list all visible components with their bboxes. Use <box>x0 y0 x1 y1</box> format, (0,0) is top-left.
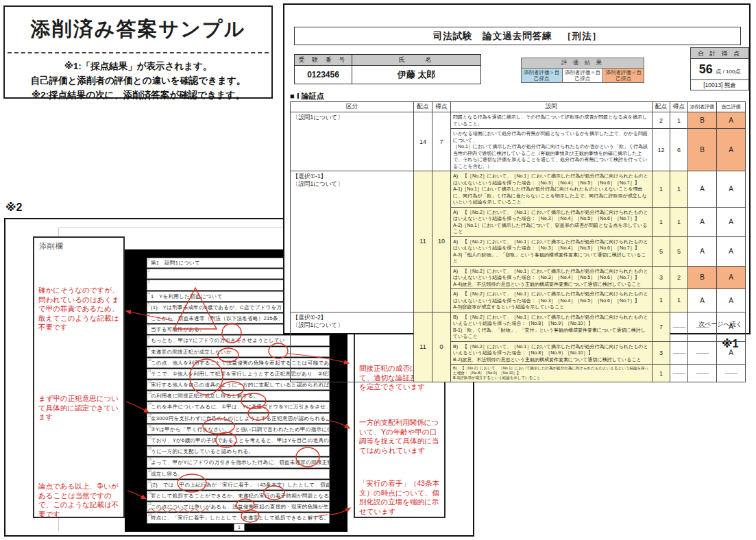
table-row: 【選択①-1】 〔設問1について〕 11 10 A) 【［No.2］において、［… <box>291 171 746 208</box>
evaluation-legend: 評 価 結 果 添削者評価＞自己採点 添削者評価＝自己採点 添削者評価＜自己採点 <box>521 58 644 83</box>
dashed-divider <box>8 52 269 53</box>
exam-number-value: 0123456 <box>295 66 352 84</box>
answer-line: 20 成立し得る。 <box>147 469 330 479</box>
score-table: 区分 配点 得点 設問 配点 得点 添削者評価 自己評価 〔設問1について〕 1… <box>290 101 746 382</box>
table-row: 〔設問1について〕 14 7 問題となる行為を適切に摘示し、その行為について詐欺… <box>291 112 746 129</box>
col-self-eval: 自己評価 <box>717 102 746 112</box>
answer-line-number: 8 <box>148 336 150 339</box>
answer-line-text: 実行する他人を自己の道具のように一方的に支配していると認められれば、そ <box>151 382 330 389</box>
col-haiten-1: 配点 <box>414 102 432 112</box>
col-grader-eval: 添削者評価 <box>688 102 717 112</box>
answer-line-number: 3 <box>148 280 150 284</box>
name-header: 氏 名 <box>352 55 481 66</box>
name-value: 伊藤 太郎 <box>352 66 481 84</box>
exam-number-header: 受 験 番 号 <box>295 55 352 66</box>
candidate-info-table: 受 験 番 号 氏 名 0123456 伊藤 太郎 <box>294 54 481 84</box>
legend-header: 評 価 結 果 <box>522 58 644 69</box>
answer-line-text: もっとも、甲はYにブドウの万引きをさせようとしてい <box>151 337 285 344</box>
page-number: 1 <box>234 524 245 531</box>
col-haiten-2: 配点 <box>653 102 670 112</box>
answer-line-text: 当する可能性がある。 <box>151 326 205 333</box>
screenshot-canvas: 添削済み答案サンプル ※1:「採点結果」が表示されます。 自己評価と添削者の評価… <box>0 0 756 540</box>
answer-line-number: 1 <box>148 258 150 262</box>
answer-line: 21 (2) では、甲の上記行為が「実行に着手」（43条本文）したとして、窃盗未… <box>147 480 330 490</box>
sample-note-3: ※2:採点結果の次に、添削済答案が確認できます。 <box>5 88 271 102</box>
answer-line-number: 2 <box>148 269 150 273</box>
answer-line: 17 ており、Yが6歳の甲の子供であることを考えると、甲はYを自己の道具のよ <box>147 435 330 445</box>
total-score-number: 56 <box>699 62 713 76</box>
sample-title: 添削済み答案サンプル <box>5 16 271 43</box>
score-result-document: 司法試験 論文過去問答練 ［刑法］ 受 験 番 号 氏 名 0123456 伊藤… <box>283 3 751 334</box>
col-tokuten-1: 得点 <box>432 102 451 112</box>
legend-equal: 添削者評価＝自己採点 <box>562 69 603 83</box>
answer-line-text: の利用者に間接正犯が成立し得ると解する。 <box>151 393 258 400</box>
grader-comment-right-2: 一方的支配利用関係について、Yの年齢や甲の口調等を捉えて具体的に当てはめられてい… <box>359 418 443 455</box>
table-row: 【選択①-2】 〔設問1について〕 11 0 B) 【［No.2］において、［N… <box>291 312 746 341</box>
answer-line-number: 9 <box>148 347 150 351</box>
answer-line-text: うに一方的に支配していると認められる。 <box>151 448 254 455</box>
col-tokuten-2: 得点 <box>670 102 688 112</box>
answer-line-text: 成立し得る。 <box>151 471 183 478</box>
answer-line-text: 罪として処罰することができるか。未遂犯の実行の着手時期が問題となる。 <box>151 493 330 500</box>
answer-line: 14 これを本件についてみるに、①甲は、Yに高級ブドウをYに万引きをさせ、代 <box>147 402 330 412</box>
answer-line: 24 時点に、「実行に着手」したとして、未遂罪として処罰できると解する。 <box>147 513 330 523</box>
answer-line-number: 7 <box>148 325 150 328</box>
legend-less: 添削者評価＜自己採点 <box>603 69 644 83</box>
answer-line: 22 罪として処罰することができるか。未遂犯の実行の着手時期が問題となる。 <box>147 491 330 501</box>
answer-line-number: 6 <box>148 314 150 317</box>
marker-2-label: ※2 <box>5 201 22 214</box>
answer-line-text: ており、Yが6歳の甲の子供であることを考えると、甲はYを自己の道具のよ <box>151 437 330 444</box>
sample-note-2: 自己評価と添削者の評価との違いを確認できます。 <box>5 73 271 88</box>
correction-column-label: 添削欄 <box>39 241 64 251</box>
correction-column: 添削欄 確かにそうなのですが、問われているのはあくまで甲の罪責であるため、敢えて… <box>33 236 125 518</box>
answer-line-text: 未遂罪の間接正犯が成立しないか <box>151 349 232 356</box>
answer-line-text: この点については争いがあるも、法益侵害惹起の直接的・現実的危険が生じた <box>151 504 330 511</box>
answer-line-number: 4 <box>148 292 150 295</box>
answer-line: 18 うに一方的に支配していると認められる。 <box>147 446 330 456</box>
answer-line-text: 第1 設問1について <box>151 260 200 267</box>
answer-line-text: 1 Yを利用した窃盗について <box>151 293 223 300</box>
grader-comment-left-1: 確かにそうなのですが、問われているのはあくまで甲の罪責であるため、敢えてこのよう… <box>38 286 122 332</box>
answer-line-text: 時点に、「実行に着手」したとして、未遂罪として処罰できると解する。 <box>151 515 329 521</box>
sample-info-box: 添削済み答案サンプル ※1:「採点結果」が表示されます。 自己評価と添削者の評価… <box>3 5 273 99</box>
grader-comment-left-2: まず甲の正犯意思について具体的に認定できています <box>38 394 122 422</box>
grader-comment-right-3: 「実行の着手」（43条本文）の時点について、個別化説の立場を端的に示せています <box>359 479 443 516</box>
total-score-box: 合 計 得 点 56 点 / 100点 [10013] 熊倉 <box>690 47 749 90</box>
exam-title: 司法試験 論文過去問答練 ［刑法］ <box>294 27 741 45</box>
answer-line-text: これを本件についてみるに、①甲は、Yに高級ブドウをYに万引きをさせ、代 <box>151 404 330 410</box>
next-page-note: 次ページへ続く <box>698 320 742 329</box>
total-score-suffix: 点 / 100点 <box>716 69 740 75</box>
col-kubun: 区分 <box>291 102 414 112</box>
legend-greater: 添削者評価＞自己採点 <box>522 69 563 83</box>
answer-line: 13 の利用者に間接正犯が成立し得ると解する。 <box>147 391 330 401</box>
answer-line-text: 金3000円を支払わずに自己のものにしようとする正犯意思が認められる。また、 <box>151 415 330 422</box>
sample-note-1: ※1:「採点結果」が表示されます。 <box>5 59 271 73</box>
grader-id: [10013] 熊倉 <box>691 79 748 90</box>
answer-line-text: よって、甲がYにブドウの万引きを指示した行為に、窃盗未遂罪の間接正犯が <box>151 459 330 466</box>
answer-line: 23 この点については争いがあるも、法益侵害惹起の直接的・現実的危険が生じた <box>147 502 330 512</box>
answer-line-text: (1) Yは刑事未成年の6歳であるが、C店でブドウを万 <box>151 304 282 311</box>
answer-line-text: ②Yは甲から「早く行きなさい。」と強い口調で言われたため甲の指示に従っ <box>151 426 330 433</box>
total-score-value: 56 点 / 100点 <box>691 59 748 79</box>
section-title: ■ Ⅰ 論証点 <box>290 91 324 101</box>
grader-comment-left-3: 論点である以上、争いがあることは当然ですので、このような記載は不要です <box>38 482 122 519</box>
total-score-header: 合 計 得 点 <box>691 48 748 59</box>
score-table-header-row: 区分 配点 得点 設問 配点 得点 添削者評価 自己評価 <box>291 102 746 112</box>
answer-line: 15 金3000円を支払わずに自己のものにしようとする正犯意思が認められる。また… <box>147 413 330 424</box>
answer-line-text: (2) では、甲の上記行為が「実行に着手」（43条本文）したとして、窃盗未遂 <box>151 482 330 489</box>
answer-line: 19 よって、甲がYにブドウの万引きを指示した行為に、窃盗未遂罪の間接正犯が <box>147 457 330 467</box>
col-setsumon: 設問 <box>451 102 653 112</box>
answer-line-text: ことから、窃盗未遂罪（刑法（以下法名省略）235条、 <box>151 315 284 322</box>
answer-line-number: 5 <box>148 303 150 306</box>
answer-line: 16 ②Yは甲から「早く行きなさい。」と強い口調で言われたため甲の指示に従っ <box>147 424 330 434</box>
